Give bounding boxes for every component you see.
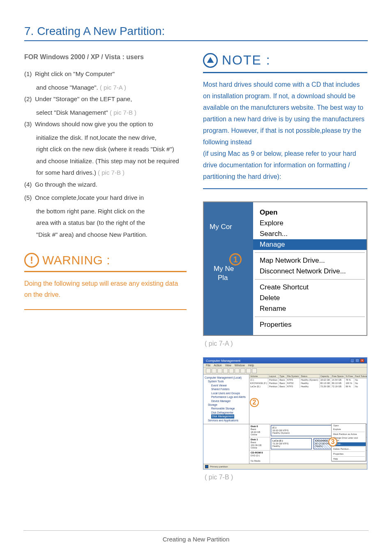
desktop-icon-label: Pla xyxy=(210,274,253,282)
cell: Partition xyxy=(268,378,278,382)
col-header[interactable]: Free Space xyxy=(331,375,344,378)
disk-name: Disk 0 xyxy=(251,425,258,428)
step-num: (3) xyxy=(24,118,35,130)
cell: No xyxy=(354,382,367,385)
table-row[interactable]: EXCHANGE (F:)PartitionBasicFAT32Healthy8… xyxy=(249,382,367,385)
menu-help[interactable]: Help xyxy=(248,364,254,367)
partition-name: LaCie (E:) xyxy=(272,439,283,442)
menu-item-properties[interactable]: Properties xyxy=(253,319,367,330)
col-header[interactable]: Volume xyxy=(249,375,268,378)
col-header[interactable]: File System xyxy=(286,375,300,378)
menu-item-explore[interactable]: Explore xyxy=(253,218,367,229)
toolbar-button[interactable] xyxy=(223,368,228,373)
cell: 72.19 GB xyxy=(331,385,344,388)
partition[interactable]: LaCie (E:) 73.29 GB NTFS Healthy xyxy=(271,438,312,449)
maximize-button[interactable]: □ xyxy=(355,358,360,363)
tree-item[interactable]: Computer Management (Local) xyxy=(205,376,248,379)
cell: Healthy xyxy=(300,382,319,385)
tree-item[interactable]: Storage xyxy=(205,403,248,407)
menu-action[interactable]: Action xyxy=(214,364,221,367)
exclamation-icon: ! xyxy=(24,253,39,268)
menu-item-disconnect-drive[interactable]: Disconnect Network Drive... xyxy=(253,266,367,277)
desktop-icon-label: My Ne xyxy=(210,265,253,273)
close-button[interactable]: × xyxy=(360,358,364,363)
tree-item[interactable]: Local Users and Groups xyxy=(205,391,248,395)
menu-file[interactable]: File xyxy=(206,364,210,367)
tree-item[interactable]: Disk Defragmenter xyxy=(205,411,248,414)
step-2-cont: select "Disk Management" ( pic 7-B ) xyxy=(24,107,187,119)
ctx-mark-active[interactable]: Mark Partition as Active xyxy=(332,432,366,436)
disk-partitions-col: Disk 0 Basic 18.63 GB Online (C:) 18.63 … xyxy=(249,424,367,464)
cell: Basic xyxy=(279,382,286,385)
toolbar-button[interactable] xyxy=(252,368,257,373)
minimize-button[interactable]: _ xyxy=(350,358,355,363)
ctx-explore[interactable]: Explore xyxy=(332,428,366,431)
disk-state: Online xyxy=(251,433,257,436)
legend: Primary partition xyxy=(203,464,367,469)
tree-item[interactable]: System Tools xyxy=(205,379,248,383)
menu-item-rename[interactable]: Rename xyxy=(253,303,367,314)
partition-state: Healthy (System) xyxy=(272,432,290,434)
step-num: (1) xyxy=(24,68,35,80)
tree-item[interactable]: Device Manager xyxy=(205,399,248,403)
cell: NTFS xyxy=(286,385,300,388)
step-text: for some hard drives.) xyxy=(36,169,96,176)
toolbar-button[interactable] xyxy=(229,368,234,373)
step-num: (4) xyxy=(24,179,35,191)
window-buttons: _ □ × xyxy=(350,358,364,363)
toolbar-button[interactable] xyxy=(240,368,245,373)
col-header[interactable]: Status xyxy=(300,375,319,378)
menu-item-open[interactable]: Open xyxy=(253,207,367,218)
window-titlebar: Computer Management _ □ × xyxy=(203,358,367,363)
col-header[interactable]: Capacity xyxy=(319,375,331,378)
tree-item[interactable]: Shared Folders xyxy=(205,387,248,391)
tree-item[interactable]: Performance Logs and Alerts xyxy=(205,395,248,399)
pic-ref: ( pic 7-B ) xyxy=(110,109,136,116)
ctx-help[interactable]: Help xyxy=(332,457,366,461)
svg-marker-0 xyxy=(207,57,214,62)
menu-item-manage[interactable]: Manage xyxy=(253,239,367,250)
triangle-up-icon xyxy=(203,53,218,68)
tree-item[interactable]: Disk Management xyxy=(205,414,248,418)
tree-item[interactable]: Event Viewer xyxy=(205,384,248,387)
cell: 99 % xyxy=(345,385,354,388)
toolbar-button[interactable] xyxy=(235,368,240,373)
menu-item-search[interactable]: Search... xyxy=(253,229,367,239)
toolbar-button[interactable] xyxy=(206,368,211,373)
menu-item-create-shortcut[interactable]: Create Shortcut xyxy=(253,282,367,293)
menu-window[interactable]: Window xyxy=(235,364,245,367)
col-header[interactable]: % Free xyxy=(345,375,354,378)
menu-item-delete[interactable]: Delete xyxy=(253,293,367,303)
disk-area: Disk 0 Basic 18.63 GB Online (C:) 18.63 … xyxy=(203,424,367,464)
step-5-d: "Disk #" area) and choose New Partition. xyxy=(24,229,187,241)
toolbar-button[interactable] xyxy=(246,368,251,373)
ctx-delete-partition[interactable]: Delete Partition... xyxy=(332,447,366,451)
tree-item[interactable]: Removable Storage xyxy=(205,407,248,410)
menu-separator xyxy=(332,432,365,432)
menu-item-map-drive[interactable]: Map Network Drive... xyxy=(253,255,367,266)
col-header[interactable]: Layout xyxy=(268,375,278,378)
col-header[interactable]: Type xyxy=(279,375,286,378)
toolbar-button[interactable] xyxy=(212,368,217,373)
cell: (C:) xyxy=(249,378,268,382)
page-footer: Creating a New Partition xyxy=(0,530,392,543)
table-row[interactable]: LaCie (E:)PartitionBasicNTFSHealthy73.29… xyxy=(249,385,367,388)
heading-rule xyxy=(24,40,368,41)
left-column: FOR Windows 2000 / XP / Vista : users (1… xyxy=(24,53,187,481)
toolbar-button[interactable] xyxy=(217,368,222,373)
disk-kind: Basic xyxy=(251,428,256,430)
partition-state: Healthy xyxy=(272,445,280,447)
ctx-properties[interactable]: Properties xyxy=(332,452,366,456)
warning-rule-top xyxy=(24,271,187,272)
toolbar xyxy=(203,368,367,375)
cell: LaCie (E:) xyxy=(249,385,268,388)
pic-ref: ( pic 7-B ) xyxy=(98,169,125,176)
disk-label: Disk 1 Basic 153.39 GB Online xyxy=(249,437,270,450)
ctx-open[interactable]: Open xyxy=(332,424,366,428)
legend-label: Primary partition xyxy=(210,465,228,468)
menu-separator xyxy=(332,451,365,452)
table-row[interactable]: (C:)PartitionBasicNTFSHealthy (System)18… xyxy=(249,378,367,382)
col-header[interactable]: Fault Tolerance xyxy=(354,375,367,378)
menu-view[interactable]: View xyxy=(225,364,231,367)
tree-item[interactable]: Services and Applications xyxy=(205,419,248,422)
